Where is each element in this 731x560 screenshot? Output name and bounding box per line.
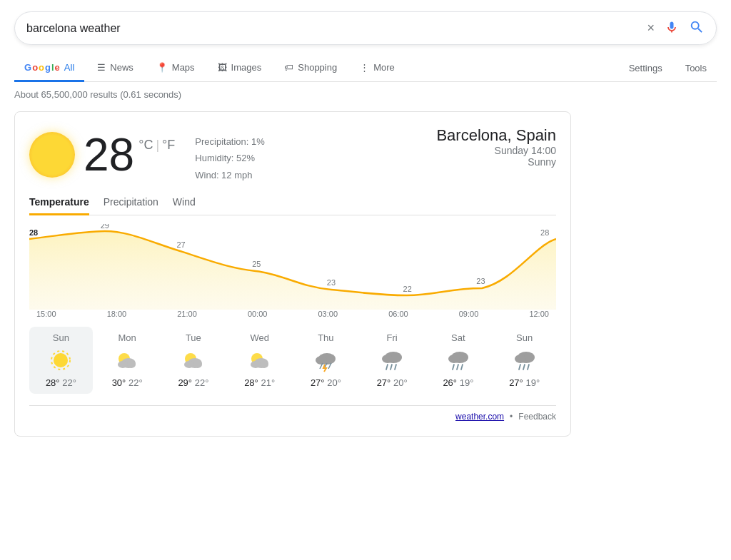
weather-location-info: Barcelona, Spain Sunday 14:00 Sunny <box>436 126 556 168</box>
rainy-icon-6 <box>444 346 473 375</box>
day-label-6: Sat <box>451 332 465 343</box>
tab-more-label: More <box>373 62 395 73</box>
day-label-3: Wed <box>250 332 269 343</box>
svg-point-4 <box>118 361 128 368</box>
maps-icon: 📍 <box>156 62 168 73</box>
wind-detail: Wind: 12 mph <box>195 167 265 183</box>
weather-condition: Sunny <box>436 156 556 168</box>
rainy-icon-7 <box>510 346 539 375</box>
svg-line-31 <box>519 365 520 370</box>
chart-svg: 28 29 27 25 23 22 23 28 <box>29 224 556 310</box>
weather-time: Sunday 14:00 <box>436 145 556 156</box>
svg-line-33 <box>528 365 529 370</box>
svg-point-12 <box>251 361 261 368</box>
precipitation-detail: Precipitation: 1% <box>195 133 265 150</box>
images-icon: 🖼 <box>218 62 227 73</box>
time-label-2: 21:00 <box>177 310 197 318</box>
temperature-chart: 28 29 27 25 23 22 23 28 15:00 18:00 21:0… <box>29 224 556 318</box>
svg-point-20 <box>382 355 393 363</box>
tab-more[interactable]: ⋮ More <box>350 55 405 82</box>
tab-all[interactable]: Google All <box>14 55 84 82</box>
search-input[interactable] <box>26 22 647 35</box>
svg-point-15 <box>316 356 327 365</box>
tab-maps-label: Maps <box>172 62 195 73</box>
partly-cloudy-icon-1 <box>113 346 141 375</box>
day-label-5: Fri <box>387 332 398 343</box>
svg-line-27 <box>457 365 458 370</box>
sun-icon <box>29 132 75 178</box>
chart-label-5: 22 <box>403 285 412 293</box>
day-temps-3: 28° 21° <box>244 377 275 388</box>
day-label-4: Thu <box>318 332 333 343</box>
forecast-day-0[interactable]: Sun 28° 22° <box>29 327 93 394</box>
feedback-link[interactable]: Feedback <box>518 412 556 422</box>
results-count: About 65,500,000 results (0.61 seconds) <box>14 89 717 100</box>
forecast-day-2[interactable]: Tue 29° 22° <box>162 327 226 394</box>
chart-tab-temperature[interactable]: Temperature <box>29 196 89 215</box>
svg-point-0 <box>54 353 68 367</box>
weather-source-link[interactable]: weather.com <box>455 412 504 422</box>
mic-icon[interactable] <box>665 20 679 37</box>
chart-tab-precipitation[interactable]: Precipitation <box>104 196 158 215</box>
time-label-7: 12:00 <box>529 310 549 318</box>
svg-line-23 <box>395 365 396 370</box>
tools-link[interactable]: Tools <box>675 56 717 81</box>
day-temps-0: 28° 22° <box>46 377 76 388</box>
daily-forecast: Sun 28° 22° Mon 30° 22° <box>29 327 556 394</box>
temperature-display: 28 °C | °F <box>84 132 175 178</box>
search-bar: × <box>14 11 717 45</box>
tab-shopping[interactable]: 🏷 Shopping <box>274 55 347 82</box>
tab-news[interactable]: ☰ News <box>87 55 143 82</box>
chart-tab-wind[interactable]: Wind <box>173 196 196 215</box>
svg-line-22 <box>390 365 392 370</box>
day-label-7: Sun <box>516 332 533 343</box>
unit-separator: | <box>156 138 159 153</box>
forecast-day-3[interactable]: Wed 28° 21° <box>228 327 291 394</box>
weather-details: Precipitation: 1% Humidity: 52% Wind: 12… <box>195 133 265 183</box>
time-label-5: 06:00 <box>388 310 408 318</box>
chart-label-4: 23 <box>327 278 336 287</box>
chart-tabs: Temperature Precipitation Wind <box>29 196 556 215</box>
sunny-icon-0 <box>46 346 75 375</box>
day-temps-1: 30° 22° <box>112 377 143 388</box>
time-labels: 15:00 18:00 21:00 00:00 03:00 06:00 09:0… <box>29 310 556 318</box>
widget-footer: weather.com • Feedback <box>29 405 556 422</box>
day-temps-6: 26° 19° <box>443 377 473 388</box>
forecast-day-7[interactable]: Sun 27° 19° <box>493 327 556 394</box>
settings-link[interactable]: Settings <box>619 56 672 81</box>
forecast-day-1[interactable]: Mon 30° 22° <box>96 327 159 394</box>
chart-label-2: 27 <box>176 240 185 249</box>
clear-icon[interactable]: × <box>647 21 655 36</box>
svg-line-32 <box>523 365 525 370</box>
fahrenheit-unit[interactable]: °F <box>162 138 175 153</box>
time-label-3: 00:00 <box>248 310 268 318</box>
svg-point-5 <box>127 361 136 368</box>
partly-cloudy-icon-3 <box>246 346 274 375</box>
chart-area <box>29 231 556 310</box>
shopping-icon: 🏷 <box>284 62 293 73</box>
forecast-day-5[interactable]: Fri 27° 20° <box>361 327 424 394</box>
weather-widget: 28 °C | °F Precipitation: 1% Humidity: 5… <box>14 111 571 437</box>
svg-point-25 <box>448 355 460 363</box>
day-temps-7: 27° 19° <box>509 377 540 388</box>
day-label-0: Sun <box>53 332 69 343</box>
search-button[interactable] <box>689 19 705 37</box>
svg-line-26 <box>453 365 454 370</box>
footer-dot: • <box>510 412 513 422</box>
time-label-0: 15:00 <box>36 310 56 318</box>
forecast-day-6[interactable]: Sat 26° 19° <box>427 327 490 394</box>
partly-cloudy-icon-2 <box>179 346 208 375</box>
day-label-2: Tue <box>186 332 201 343</box>
time-label-6: 09:00 <box>459 310 479 318</box>
news-icon: ☰ <box>97 62 106 73</box>
tab-images-label: Images <box>231 62 262 73</box>
google-search-icon: Google <box>24 62 60 73</box>
svg-line-28 <box>461 365 463 370</box>
svg-point-8 <box>184 361 194 368</box>
tab-images[interactable]: 🖼 Images <box>208 55 272 82</box>
forecast-day-4[interactable]: Thu 27° 20° <box>294 327 358 394</box>
time-label-1: 18:00 <box>107 310 127 318</box>
tab-maps[interactable]: 📍 Maps <box>146 55 205 82</box>
celsius-unit[interactable]: °C <box>138 138 153 153</box>
more-icon: ⋮ <box>360 62 369 73</box>
